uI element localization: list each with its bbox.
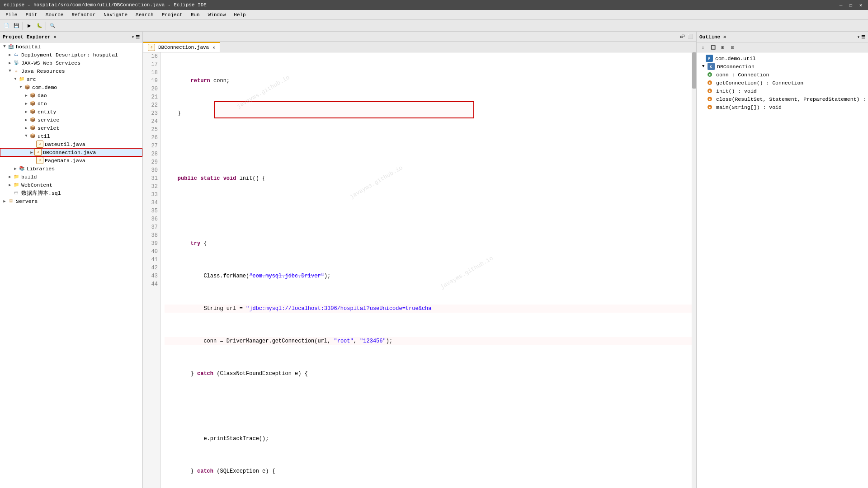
tree-item-service[interactable]: ▶ 📦 service: [0, 116, 142, 124]
menu-item-edit[interactable]: Edit: [22, 11, 41, 19]
dto-icon: 📦: [29, 100, 36, 107]
outline-item-init[interactable]: ● init() : void: [697, 87, 868, 95]
tree-arrow-java-resources[interactable]: ▼: [7, 69, 13, 73]
tree-item-dbconnection[interactable]: ▶ J DBConnection.java: [0, 148, 142, 156]
menu-item-window[interactable]: Window: [204, 11, 230, 19]
tree-item-entity[interactable]: ▶ 📦 entity: [0, 108, 142, 116]
tree-item-deployment[interactable]: ▶ 🗂 Deployment Descriptor: hospital: [0, 51, 142, 59]
scrollbar-thumb-v[interactable]: [692, 52, 696, 89]
toolbar-search[interactable]: 🔍: [48, 21, 57, 30]
menu-item-search[interactable]: Search: [132, 11, 157, 19]
toolbar-separator-1: [23, 22, 23, 30]
toolbar-save[interactable]: 💾: [12, 21, 21, 30]
outline-sort[interactable]: ↕: [698, 43, 708, 52]
pe-collapse[interactable]: ▾: [132, 34, 134, 40]
outline-item-getconnection[interactable]: ● getConnection() : Connection: [697, 79, 868, 87]
tree-arrow-webcontent[interactable]: ▶: [7, 183, 13, 188]
tab-dbconnection[interactable]: J DBConnection.java ✕: [143, 42, 220, 52]
outline-label-comdemoUtil: com.demo.util: [715, 56, 756, 61]
title-text: eclipse - hospital/src/com/demo/util/DBC…: [4, 2, 207, 8]
tree-item-src[interactable]: ▼ 📁 src: [0, 75, 142, 83]
project-explorer-tree[interactable]: ▼ 🏥 hospital ▶ 🗂 Deployment Descriptor: …: [0, 42, 142, 488]
minimize-button[interactable]: —: [837, 1, 844, 9]
outline-item-dbconnection-class[interactable]: ▼ C DBConnection: [697, 62, 868, 70]
outline-icon-close: ●: [708, 97, 712, 101]
menu-item-navigate[interactable]: Navigate: [100, 11, 131, 19]
tree-arrow-deployment[interactable]: ▶: [7, 52, 13, 57]
outline-controls[interactable]: ▾ ☰: [857, 34, 865, 40]
toolbar-new[interactable]: 📄: [2, 21, 11, 30]
menu-item-file[interactable]: File: [2, 11, 21, 19]
tree-arrow-build[interactable]: ▶: [7, 174, 13, 179]
libraries-icon: 📚: [18, 165, 25, 172]
servlet-icon: 📦: [29, 124, 36, 131]
outline-item-close[interactable]: ● close(ResultSet, Statement, PreparedSt…: [697, 95, 868, 103]
tree-item-dateutil[interactable]: J DateUtil.java: [0, 140, 142, 148]
close-button[interactable]: ✕: [857, 1, 864, 9]
tree-label-servers: Servers: [16, 198, 38, 204]
menu-item-project[interactable]: Project: [158, 11, 186, 19]
tree-arrow-util[interactable]: ▼: [24, 134, 29, 138]
tree-item-comdemo[interactable]: ▼ 📦 com.demo: [0, 83, 142, 91]
menu-item-source[interactable]: Source: [42, 11, 67, 19]
editor-max[interactable]: ⬜: [688, 34, 693, 39]
outline-header: Outline ✕ ▾ ☰: [697, 32, 868, 42]
tree-item-webcontent[interactable]: ▶ 📁 WebContent: [0, 181, 142, 189]
tree-item-build[interactable]: ▶ 📁 build: [0, 173, 142, 181]
tree-item-hospital[interactable]: ▼ 🏥 hospital: [0, 42, 142, 51]
tree-arrow-service[interactable]: ▶: [24, 117, 29, 122]
menu-item-refactor[interactable]: Refactor: [68, 11, 99, 19]
tree-item-servlet[interactable]: ▶ 📦 servlet: [0, 124, 142, 132]
vertical-scrollbar[interactable]: [692, 52, 696, 488]
toolbar-run[interactable]: ▶: [25, 21, 34, 30]
project-explorer-controls[interactable]: ▾ ☰: [132, 34, 140, 40]
tree-arrow-dao[interactable]: ▶: [24, 93, 29, 98]
tree-item-pagedata[interactable]: J PageData.java: [0, 156, 142, 164]
tab-close-dbconnection[interactable]: ✕: [212, 45, 215, 50]
outline-hide-fields[interactable]: 🔲: [708, 43, 717, 52]
tree-item-util[interactable]: ▼ 📦 util: [0, 132, 142, 140]
tree-item-dao[interactable]: ▶ 📦 dao: [0, 91, 142, 99]
tree-label-libraries: Libraries: [27, 166, 55, 172]
tree-item-dto[interactable]: ▶ 📦 dto: [0, 99, 142, 108]
tree-arrow-comdemo[interactable]: ▼: [18, 85, 24, 89]
code-text[interactable]: return conn; } public static void init()…: [161, 52, 696, 488]
ln-35: 35: [146, 207, 158, 215]
tree-arrow-jaxws[interactable]: ▶: [7, 61, 13, 66]
outline-collapse-all[interactable]: ⊟: [728, 43, 737, 52]
tree-arrow-servers[interactable]: ▶: [2, 199, 7, 204]
tree-item-java-resources[interactable]: ▼ ☕ Java Resources: [0, 67, 142, 75]
menu-item-help[interactable]: Help: [230, 11, 249, 19]
tree-arrow-entity[interactable]: ▶: [24, 109, 29, 114]
outline-tree[interactable]: P com.demo.util ▼ C DBConnection ● conn …: [697, 52, 868, 488]
outline-arrow-dbconnection[interactable]: ▼: [702, 64, 708, 69]
editor-min[interactable]: 🗗: [680, 34, 685, 39]
code-line-27: e.printStackTrace();: [165, 435, 693, 443]
outline-item-conn[interactable]: ● conn : Connection: [697, 70, 868, 79]
tree-item-sql[interactable]: 🗃 数据库脚本.sql: [0, 189, 142, 197]
tree-arrow-hospital[interactable]: ▼: [2, 44, 7, 49]
pe-menu[interactable]: ☰: [136, 34, 140, 40]
outline-collapse[interactable]: ▾: [857, 34, 860, 40]
deployment-icon: 🗂: [13, 51, 20, 58]
tree-arrow-libraries[interactable]: ▶: [13, 166, 18, 171]
tree-item-libraries[interactable]: ▶ 📚 Libraries: [0, 164, 142, 173]
project-icon: 🏥: [7, 43, 14, 50]
tree-arrow-dto[interactable]: ▶: [24, 101, 29, 106]
code-line-28: } catch (SQLException e) {: [165, 467, 693, 475]
tree-item-jaxws[interactable]: ▶ 📡 JAX-WS Web Services: [0, 59, 142, 67]
outline-item-main[interactable]: ● main(String[]) : void: [697, 103, 868, 111]
outline-menu[interactable]: ☰: [861, 34, 865, 40]
toolbar-debug[interactable]: 🐛: [35, 21, 44, 30]
code-editor[interactable]: javayms.github.io javayms.github.io java…: [143, 52, 696, 488]
title-bar-controls[interactable]: — ❐ ✕: [837, 1, 864, 9]
tree-item-servers[interactable]: ▶ 🖥 Servers: [0, 197, 142, 205]
restore-button[interactable]: ❐: [847, 1, 854, 9]
ln-17: 17: [146, 61, 158, 69]
jaxws-icon: 📡: [13, 59, 20, 66]
outline-item-comdemoUtil[interactable]: P com.demo.util: [697, 54, 868, 62]
menu-item-run[interactable]: Run: [187, 11, 203, 19]
tree-arrow-src[interactable]: ▼: [13, 77, 18, 81]
tree-arrow-servlet[interactable]: ▶: [24, 126, 29, 131]
outline-expand[interactable]: ⊞: [718, 43, 727, 52]
